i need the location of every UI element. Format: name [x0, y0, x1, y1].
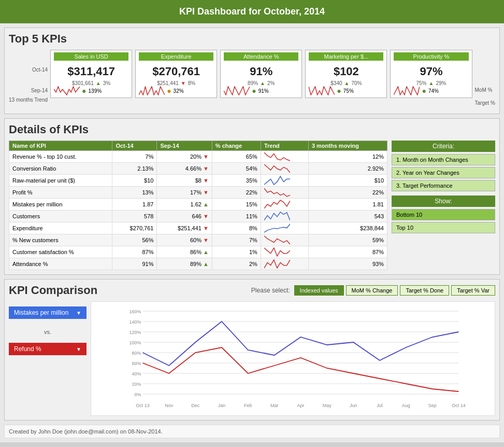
cell-name: Conversion Ratio	[9, 163, 112, 175]
svg-text:Sep: Sep	[428, 403, 437, 408]
cell-oct: $10	[112, 175, 157, 187]
kpi-card-header: Sales in USD	[54, 52, 128, 61]
kpi-card-header: Attendance %	[224, 52, 298, 61]
svg-text:40%: 40%	[132, 371, 141, 376]
cell-trend	[261, 246, 308, 258]
kpi-trend-row: ● 75%	[309, 86, 383, 95]
svg-text:20%: 20%	[132, 382, 141, 387]
table-row: Profit % 13% 17% ▼ 22% 22%	[9, 187, 387, 199]
comparison-btn-group: Indexed values MoM % Change Target % Don…	[294, 285, 495, 296]
footer: Created by John Doe (john.doe@mail.com) …	[4, 425, 500, 438]
cell-oct: 56%	[112, 234, 157, 246]
kpi-container: Oct-14 Sep-14 13 months Trend Sales in U…	[9, 50, 495, 109]
cell-3m: 2.92%	[308, 163, 387, 175]
svg-text:Dec: Dec	[191, 403, 200, 408]
kpi-trend-row: ● 74%	[394, 86, 468, 95]
svg-text:Oct 14: Oct 14	[452, 403, 466, 408]
kpi-right-labels: MoM % Target %	[472, 50, 495, 109]
svg-text:Apr: Apr	[297, 403, 304, 408]
comparison-chart: 160%140%120%100%80%60%40%20%0%Oct 13NovD…	[95, 306, 491, 410]
kpi-main-value: $102	[309, 63, 383, 80]
cell-pct: 54%	[212, 163, 261, 175]
col-header-3m: 3 months moving	[308, 141, 387, 151]
criteria-item[interactable]: 3. Target Performance	[392, 180, 495, 191]
cell-sep: $8 ▼	[157, 175, 212, 187]
cell-trend	[261, 199, 308, 211]
kpi-card-header: Expenditure	[139, 52, 213, 61]
table-row: Conversion Ratio 2.13% 4.66% ▼ 54% 2.92%	[9, 163, 387, 175]
criteria-panel: Criteria: 1. Month on Month Changes2. Ye…	[392, 141, 495, 270]
cell-sep: 1.62 ▲	[157, 199, 212, 211]
cell-name: Raw-material per unit ($)	[9, 175, 112, 187]
kpi-card-header: Marketing per $...	[309, 52, 383, 61]
kpi-card-sales-usd: Sales in USD $311,417 $301,661 ▲ 3% ● 13…	[50, 50, 132, 98]
chart-area: 160%140%120%100%80%60%40%20%0%Oct 13NovD…	[91, 301, 495, 416]
show-item[interactable]: Top 10	[392, 222, 495, 233]
col-header-oct: Oct-14	[112, 141, 157, 151]
cell-name: Attendance %	[9, 258, 112, 270]
svg-text:100%: 100%	[129, 340, 141, 345]
selector2-box[interactable]: Refund % ▼	[9, 343, 87, 355]
comparison-section: KPI Comparison Please select: Indexed va…	[4, 279, 500, 421]
cell-pct: 2%	[212, 258, 261, 270]
svg-text:Aug: Aug	[402, 403, 410, 408]
cell-pct: 8%	[212, 222, 261, 234]
table-row: Mistakes per million 1.87 1.62 ▲ 15% 1.8…	[9, 199, 387, 211]
details-container: Name of KPI Oct-14 Sep-14 % change Trend…	[9, 141, 495, 270]
cell-oct: $270,761	[112, 222, 157, 234]
col-header-trend: Trend	[261, 141, 308, 151]
criteria-header: Criteria:	[392, 141, 495, 152]
svg-text:Jan: Jan	[218, 403, 226, 408]
cell-3m: 59%	[308, 234, 387, 246]
cell-sep: 20% ▼	[157, 151, 212, 163]
svg-text:120%: 120%	[129, 330, 141, 335]
oct-label: Oct-14	[9, 65, 48, 75]
btn-target-done[interactable]: Target % Done	[400, 285, 449, 296]
comparison-body: Mistakes per million ▼ vs. Refund % ▼ 16…	[9, 301, 495, 416]
cell-3m: 87%	[308, 246, 387, 258]
show-item[interactable]: Bottom 10	[392, 209, 495, 220]
cell-pct: 65%	[212, 151, 261, 163]
cell-name: Mistakes per million	[9, 199, 112, 211]
table-row: Raw-material per unit ($) $10 $8 ▼ 35% $…	[9, 175, 387, 187]
cell-3m: $10	[308, 175, 387, 187]
table-row: Customer satisfaction % 87% 86% ▲ 1% 87%	[9, 246, 387, 258]
target-label: Target %	[475, 96, 495, 109]
selector1-arrow: ▼	[76, 310, 81, 316]
cell-sep: 89% ▲	[157, 258, 212, 270]
kpi-table-wrapper: Name of KPI Oct-14 Sep-14 % change Trend…	[9, 141, 387, 270]
please-select-label: Please select:	[251, 287, 290, 294]
kpi-table: Name of KPI Oct-14 Sep-14 % change Trend…	[9, 141, 387, 270]
svg-text:80%: 80%	[132, 351, 141, 356]
selector1-box[interactable]: Mistakes per million ▼	[9, 306, 87, 319]
criteria-item[interactable]: 1. Month on Month Changes	[392, 154, 495, 165]
cell-oct: 1.87	[112, 199, 157, 211]
svg-text:Oct 13: Oct 13	[136, 403, 150, 408]
table-row: Revenue % - top 10 cust. 7% 20% ▼ 65% 12…	[9, 151, 387, 163]
top5-section: Top 5 KPIs Oct-14 Sep-14 13 months Trend…	[4, 27, 500, 114]
cell-trend	[261, 222, 308, 234]
cell-trend	[261, 234, 308, 246]
svg-text:Feb: Feb	[244, 403, 252, 408]
col-header-sep: Sep-14	[157, 141, 212, 151]
btn-target-var[interactable]: Target % Var	[451, 285, 495, 296]
svg-text:Jun: Jun	[350, 403, 357, 408]
cell-3m: 22%	[308, 187, 387, 199]
table-row: Expenditure $270,761 $251,441 ▼ 8% $238,…	[9, 222, 387, 234]
col-header-pct: % change	[212, 141, 261, 151]
comparison-title: KPI Comparison	[9, 284, 97, 297]
cell-sep: 60% ▼	[157, 234, 212, 246]
criteria-item[interactable]: 2. Year on Year Changes	[392, 167, 495, 178]
cell-sep: $251,441 ▼	[157, 222, 212, 234]
table-row: % New customers 56% 60% ▼ 7% 59%	[9, 234, 387, 246]
header-title: KPI Dashboard for October, 2014	[179, 6, 325, 17]
svg-text:140%: 140%	[129, 319, 141, 325]
cell-trend	[261, 211, 308, 222]
kpi-card-expenditure: Expenditure $270,761 $251,441 ▼ 8% ● 32%	[135, 50, 217, 98]
kpi-card-header: Productivity %	[394, 52, 468, 61]
selector2-arrow: ▼	[76, 346, 81, 352]
sep-label: Sep-14	[9, 86, 48, 95]
btn-indexed[interactable]: Indexed values	[294, 285, 344, 296]
kpi-card-attendance: Attendance % 91% 89% ▲ 2% ● 91%	[220, 50, 302, 98]
btn-mom[interactable]: MoM % Change	[346, 285, 398, 296]
